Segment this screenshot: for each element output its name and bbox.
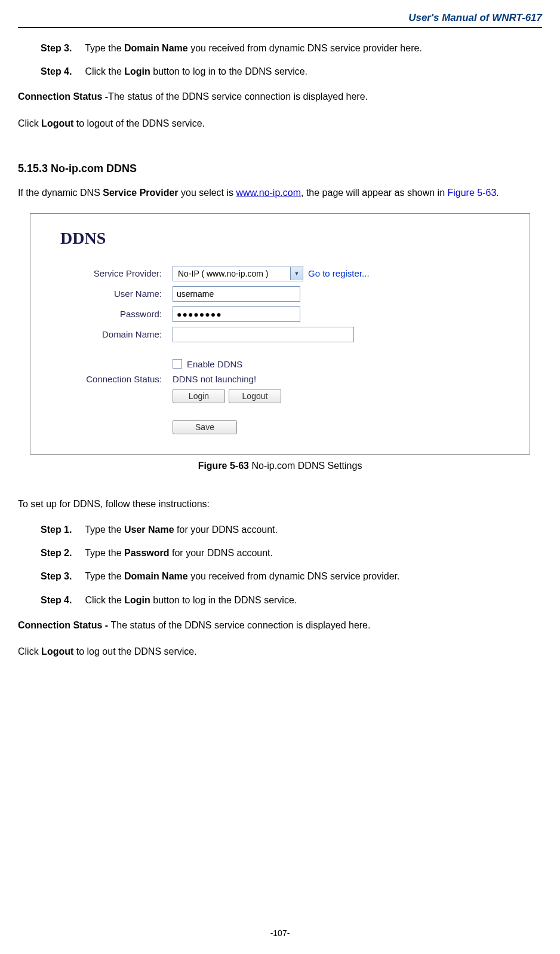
step-text-suffix: button to log in to the DDNS service. xyxy=(150,66,307,76)
username-label: User Name: xyxy=(60,289,173,299)
step-text-bold: Domain Name xyxy=(124,43,188,53)
save-button[interactable]: Save xyxy=(173,420,237,434)
bold-label: Connection Status - xyxy=(18,91,108,102)
logout-button[interactable]: Logout xyxy=(229,389,281,403)
intro-step-3: Step 3. Type the Domain Name you receive… xyxy=(41,40,542,56)
domain-row: Domain Name: xyxy=(60,327,512,342)
setup-step-4: Step 4. Click the Login button to log in… xyxy=(41,592,542,608)
step-label: Step 4. xyxy=(41,592,82,608)
text-suffix: to logout of the DDNS service. xyxy=(73,118,205,128)
text: you received from dynamic DNS service pr… xyxy=(188,571,400,581)
step-text-prefix: Type the xyxy=(85,43,124,53)
step-label: Step 3. xyxy=(41,40,82,56)
bold: Password xyxy=(124,548,170,558)
enable-ddns-label: Enable DDNS xyxy=(187,359,242,369)
figure-caption: Figure 5-63 No-ip.com DDNS Settings xyxy=(18,461,542,471)
connection-status-value: DDNS not launching! xyxy=(173,374,256,384)
connection-status-row: Connection Status: DDNS not launching! xyxy=(60,374,512,384)
page-header-title: User's Manual of WNRT-617 xyxy=(18,12,542,28)
connection-status-note: Connection Status -The status of the DDN… xyxy=(18,88,542,106)
text: for your DDNS account. xyxy=(174,524,278,535)
domain-label: Domain Name: xyxy=(60,329,173,339)
text: Type the xyxy=(85,571,124,581)
step-text-bold: Login xyxy=(124,66,150,76)
service-provider-select[interactable]: No-IP ( www.no-ip.com ) ▼ xyxy=(173,266,303,281)
text-suffix: to log out the DDNS service. xyxy=(73,646,196,657)
document-page: User's Manual of WNRT-617 Step 3. Type t… xyxy=(0,0,560,944)
step-label: Step 4. xyxy=(41,63,82,79)
username-input[interactable] xyxy=(173,286,300,302)
step-label: Step 3. xyxy=(41,568,82,584)
page-number: -107- xyxy=(0,928,560,938)
chevron-down-icon: ▼ xyxy=(290,267,303,280)
text-prefix: Click xyxy=(18,118,41,128)
go-register-link[interactable]: Go to register... xyxy=(308,268,370,278)
setup-step-1: Step 1. Type the User Name for your DDNS… xyxy=(41,522,542,538)
bold-label: Service Provider xyxy=(103,188,178,198)
ddns-panel-title: DDNS xyxy=(60,229,512,248)
text: . xyxy=(496,188,499,198)
provider-link[interactable]: www.no-ip.com xyxy=(236,188,301,198)
text: If the dynamic DNS xyxy=(18,188,103,198)
login-button[interactable]: Login xyxy=(173,389,225,403)
domain-input[interactable] xyxy=(173,327,354,342)
text: for your DDNS account. xyxy=(170,548,273,558)
text: , the page will appear as shown in xyxy=(301,188,447,198)
connection-status-note-bottom: Connection Status - The status of the DD… xyxy=(18,616,542,634)
bold: Login xyxy=(124,595,150,605)
setup-step-3: Step 3. Type the Domain Name you receive… xyxy=(41,568,542,584)
bold: Domain Name xyxy=(124,571,188,581)
service-provider-row: Service Provider: No-IP ( www.no-ip.com … xyxy=(60,266,512,281)
logout-note-bottom: Click Logout to log out the DDNS service… xyxy=(18,643,542,661)
text: you select is xyxy=(179,188,236,198)
save-row: Save xyxy=(60,420,512,434)
bold: User Name xyxy=(124,524,174,535)
service-provider-label: Service Provider: xyxy=(60,268,173,278)
intro-step-4: Step 4. Click the Login button to log in… xyxy=(41,63,542,79)
logout-note: Click Logout to logout of the DDNS servi… xyxy=(18,115,542,133)
figure-reference[interactable]: Figure 5-63 xyxy=(447,188,496,198)
setup-intro: To set up for DDNS, follow these instruc… xyxy=(18,495,542,513)
password-input[interactable] xyxy=(173,306,300,322)
figure-number: Figure 5-63 xyxy=(198,461,249,471)
password-label: Password: xyxy=(60,309,173,319)
connection-status-label: Connection Status: xyxy=(60,374,173,384)
step-text-prefix: Click the xyxy=(85,66,124,76)
select-value: No-IP ( www.no-ip.com ) xyxy=(173,269,290,278)
text: Type the xyxy=(85,548,124,558)
setup-step-2: Step 2. Type the Password for your DDNS … xyxy=(41,545,542,561)
login-logout-row: Login Logout xyxy=(60,389,512,403)
text: Click the xyxy=(85,595,124,605)
bold-label: Logout xyxy=(41,118,73,128)
enable-ddns-checkbox[interactable] xyxy=(173,359,182,369)
password-row: Password: xyxy=(60,306,512,322)
section-intro-paragraph: If the dynamic DNS Service Provider you … xyxy=(18,184,542,202)
text: The status of the DDNS service connectio… xyxy=(111,620,371,630)
ddns-settings-figure: DDNS Service Provider: No-IP ( www.no-ip… xyxy=(30,213,530,455)
username-row: User Name: xyxy=(60,286,512,302)
figure-caption-text: No-ip.com DDNS Settings xyxy=(249,461,362,471)
text: Type the xyxy=(85,524,124,535)
enable-ddns-row: Enable DDNS xyxy=(60,359,512,369)
bold-label: Connection Status - xyxy=(18,620,111,630)
step-label: Step 1. xyxy=(41,522,82,538)
step-label: Step 2. xyxy=(41,545,82,561)
section-heading: 5.15.3 No-ip.com DDNS xyxy=(18,162,542,175)
bold-label: Logout xyxy=(41,646,73,657)
text-prefix: Click xyxy=(18,646,41,657)
step-text-suffix: you received from dynamic DNS service pr… xyxy=(188,43,422,53)
text: The status of the DDNS service connectio… xyxy=(108,91,368,102)
text: button to log in the DDNS service. xyxy=(150,595,297,605)
